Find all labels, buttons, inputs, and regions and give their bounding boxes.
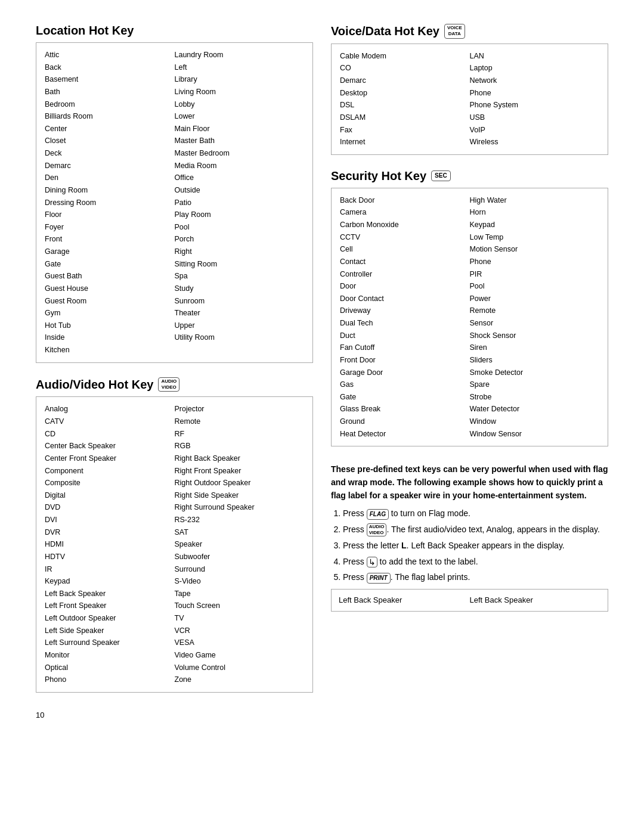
flag-badge: FLAG — [367, 509, 389, 520]
list-item: Window — [470, 415, 600, 428]
list-item: Cable Modem — [340, 50, 470, 63]
step-5: Press PRINT. The flag label prints. — [343, 570, 608, 584]
list-item: Right Side Speaker — [175, 489, 305, 502]
list-item: Left Back Speaker — [45, 588, 175, 600]
list-item: Video Game — [175, 649, 305, 662]
list-item: Gym — [45, 307, 175, 319]
list-item: Deck — [45, 147, 175, 160]
list-item: Cell — [340, 243, 470, 256]
list-item: Kitchen — [45, 344, 175, 356]
voice-data-hot-key-section: Voice/Data Hot Key VOICE DATA Cable Mode… — [331, 24, 608, 155]
list-item: Foyer — [45, 221, 175, 234]
list-item: Horn — [470, 206, 600, 219]
list-item: Basement — [45, 73, 175, 86]
list-item: Siren — [470, 342, 600, 354]
list-item: Right — [175, 246, 305, 258]
list-item: Bath — [45, 86, 175, 98]
list-item: Lobby — [175, 98, 305, 111]
right-column: Voice/Data Hot Key VOICE DATA Cable Mode… — [331, 24, 608, 693]
step-1: Press FLAG to turn on Flag mode. — [343, 507, 608, 520]
instructions-steps: Press FLAG to turn on Flag mode. Press A… — [331, 507, 608, 584]
list-item: SAT — [175, 526, 305, 539]
list-item: Surround — [175, 563, 305, 576]
print-badge: PRINT — [367, 573, 391, 584]
list-item: Study — [175, 283, 305, 295]
page-content: Location Hot Key AtticBackBasementBathBe… — [36, 24, 608, 719]
security-badge: SEC — [431, 170, 451, 181]
list-item: Optical — [45, 662, 175, 674]
list-item: USB — [470, 111, 600, 124]
list-item: Left Side Speaker — [45, 625, 175, 637]
list-item: Sitting Room — [175, 258, 305, 271]
list-item: Demarc — [45, 160, 175, 172]
list-item: Den — [45, 172, 175, 184]
instructions-section: These pre-defined text keys can be very … — [331, 463, 608, 611]
list-item: Utility Room — [175, 331, 305, 344]
security-hot-key-title: Security Hot Key SEC — [331, 169, 608, 183]
list-item: Motion Sensor — [470, 243, 600, 256]
list-item: Carbon Monoxide — [340, 219, 470, 231]
list-item: Right Surround Speaker — [175, 501, 305, 514]
list-item: Guest Bath — [45, 270, 175, 283]
audio-video-hot-key-title: Audio/Video Hot Key AUDIO VIDEO — [36, 377, 313, 392]
list-item: Garage — [45, 246, 175, 258]
list-item: Low Temp — [470, 231, 600, 244]
list-item: Hot Tub — [45, 319, 175, 332]
flag-example-box: Left Back Speaker Left Back Speaker — [331, 589, 608, 612]
list-item: Glass Break — [340, 403, 470, 415]
list-item: Right Outdoor Speaker — [175, 477, 305, 489]
list-item: Keypad — [470, 219, 600, 231]
location-hot-key-box: AtticBackBasementBathBedroomBilliards Ro… — [36, 42, 313, 363]
list-item: Patio — [175, 197, 305, 209]
list-item: CD — [45, 428, 175, 440]
list-item: VCR — [175, 625, 305, 637]
list-item: Center — [45, 123, 175, 135]
list-item: Tape — [175, 588, 305, 600]
list-item: Internet — [340, 136, 470, 148]
list-item: Laptop — [470, 62, 600, 75]
voice-data-col1: Cable ModemCODemarcDesktopDSLDSLAMFaxInt… — [340, 50, 470, 148]
list-item: Porch — [175, 233, 305, 246]
list-item: Floor — [45, 209, 175, 221]
left-column: Location Hot Key AtticBackBasementBathBe… — [36, 24, 313, 693]
location-hot-key-title: Location Hot Key — [36, 24, 313, 38]
list-item: Gate — [340, 391, 470, 404]
security-col2: High WaterHornKeypadLow TempMotion Senso… — [470, 194, 600, 440]
list-item: Center Back Speaker — [45, 440, 175, 452]
list-item: DSL — [340, 99, 470, 111]
list-item: Window Sensor — [470, 428, 600, 440]
list-item: Zone — [175, 674, 305, 686]
list-item: Heat Detector — [340, 428, 470, 440]
security-col1: Back DoorCameraCarbon MonoxideCCTVCellCo… — [340, 194, 470, 440]
security-hot-key-section: Security Hot Key SEC Back DoorCameraCarb… — [331, 169, 608, 447]
enter-badge: ↳ — [367, 557, 377, 567]
list-item: Door — [340, 280, 470, 293]
list-item: TV — [175, 612, 305, 625]
list-item: Keypad — [45, 575, 175, 588]
list-item: Fax — [340, 124, 470, 136]
list-item: Phone — [470, 87, 600, 100]
list-item: Theater — [175, 307, 305, 319]
list-item: Back Door — [340, 194, 470, 207]
list-item: Dual Tech — [340, 317, 470, 330]
list-item: Lower — [175, 110, 305, 123]
list-item: Gate — [45, 258, 175, 271]
audio-video-badge: AUDIO VIDEO — [158, 377, 179, 392]
list-item: Closet — [45, 135, 175, 147]
list-item: Left Outdoor Speaker — [45, 612, 175, 625]
list-item: DVI — [45, 514, 175, 526]
list-item: Master Bath — [175, 135, 305, 147]
list-item: Guest House — [45, 283, 175, 295]
list-item: Driveway — [340, 305, 470, 317]
location-list: AtticBackBasementBathBedroomBilliards Ro… — [45, 49, 304, 356]
list-item: Back — [45, 61, 175, 74]
list-item: VoIP — [470, 124, 600, 136]
list-item: RF — [175, 428, 305, 440]
flag-example-right: Left Back Speaker — [470, 594, 601, 606]
audio-video-inline-badge: AUDIOVIDEO — [367, 523, 387, 537]
list-item: RGB — [175, 440, 305, 452]
list-item: Door Contact — [340, 293, 470, 305]
list-item: Volume Control — [175, 662, 305, 674]
list-item: Attic — [45, 49, 175, 61]
list-item: IR — [45, 563, 175, 576]
